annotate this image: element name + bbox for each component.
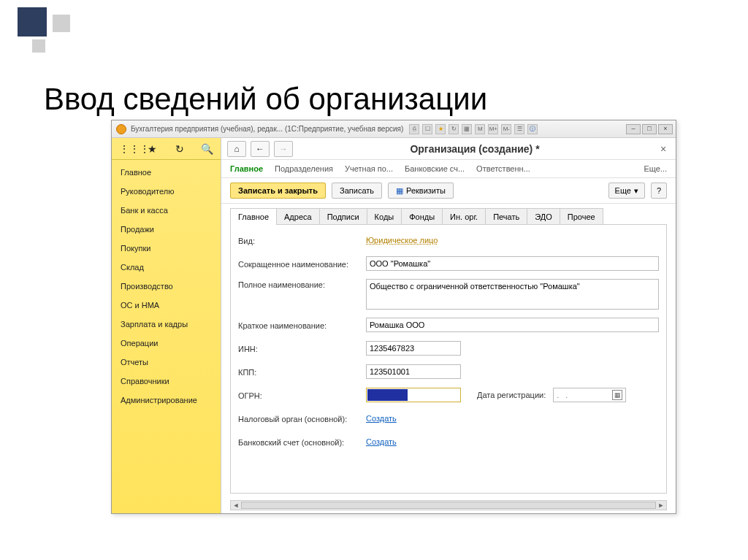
form-tab-0[interactable]: Главное — [230, 208, 277, 225]
app-icon — [116, 124, 126, 134]
main-panel: ⌂ ← → Организация (создание) * × Главное… — [221, 138, 676, 513]
sidebar-item-5[interactable]: Склад — [112, 258, 221, 277]
section-tab-4[interactable]: Ответственн... — [476, 164, 530, 173]
home-button[interactable]: ⌂ — [227, 141, 246, 157]
page-title: Организация (создание) * — [297, 143, 652, 155]
maximize-button[interactable]: □ — [642, 124, 657, 134]
full-name-input[interactable] — [366, 279, 659, 310]
help-button[interactable]: ? — [651, 183, 667, 199]
section-tab-3[interactable]: Банковские сч... — [405, 164, 465, 173]
tax-auth-create-link[interactable]: Создать — [366, 414, 397, 423]
label-inn: ИНН: — [238, 343, 366, 353]
requisites-label: Реквизиты — [406, 186, 446, 195]
ogrn-input[interactable] — [366, 388, 461, 402]
sidebar-toolbar: ⋮⋮⋮ ★ ↻ 🔍 — [112, 138, 221, 160]
scroll-left-arrow[interactable]: ◄ — [231, 501, 241, 510]
grid-icon[interactable]: ⋮⋮⋮ — [119, 142, 132, 156]
inn-input[interactable] — [366, 341, 461, 356]
form-tab-7[interactable]: ЭДО — [527, 208, 560, 225]
label-bank-acc: Банковский счет (основной): — [238, 437, 366, 447]
requisites-button[interactable]: ▦Реквизиты — [388, 183, 454, 199]
bullet-icon[interactable]: ☰ — [514, 124, 524, 134]
doc-icon[interactable]: ☐ — [422, 124, 432, 134]
bank-acc-create-link[interactable]: Создать — [366, 437, 397, 446]
form-tab-5[interactable]: Ин. орг. — [442, 208, 486, 225]
save-button[interactable]: Записать — [332, 183, 382, 199]
form-tab-4[interactable]: Фонды — [401, 208, 443, 225]
sidebar-item-3[interactable]: Продажи — [112, 220, 221, 239]
sidebar-item-9[interactable]: Операции — [112, 334, 221, 353]
window-title: Бухгалтерия предприятия (учебная), редак… — [131, 125, 403, 133]
titlebar: Бухгалтерия предприятия (учебная), редак… — [112, 120, 676, 138]
label-tax-auth: Налоговый орган (основной): — [238, 413, 366, 423]
form-tab-1[interactable]: Адреса — [276, 208, 320, 225]
minimize-button[interactable]: – — [626, 124, 641, 134]
calc-icon[interactable]: ▦ — [462, 124, 472, 134]
calendar-icon[interactable]: ▦ — [612, 390, 622, 400]
m-plus-btn[interactable]: M+ — [488, 124, 498, 134]
reg-date-input[interactable]: . . ▦ — [553, 388, 626, 402]
app-window: Бухгалтерия предприятия (учебная), редак… — [111, 120, 676, 514]
form-tab-3[interactable]: Коды — [367, 208, 402, 225]
back-button[interactable]: ← — [251, 141, 270, 157]
label-reg-date: Дата регистрации: — [477, 391, 546, 399]
chevron-down-icon: ▾ — [634, 186, 638, 196]
sidebar-item-0[interactable]: Главное — [112, 163, 221, 182]
form-panel: Вид: Юридическое лицо Сокращенное наимен… — [230, 224, 667, 494]
label-vid: Вид: — [238, 235, 366, 245]
section-tabs: ГлавноеПодразделенияУчетная по...Банковс… — [221, 160, 676, 178]
horizontal-scrollbar[interactable]: ◄ ► — [230, 500, 667, 510]
section-tab-5[interactable]: Еще... — [644, 164, 667, 173]
form-tab-2[interactable]: Подписи — [319, 208, 367, 225]
sidebar-item-12[interactable]: Администрирование — [112, 391, 221, 410]
sidebar-item-7[interactable]: ОС и НМА — [112, 296, 221, 315]
action-bar: Записать и закрыть Записать ▦Реквизиты Е… — [221, 178, 676, 204]
sidebar-item-4[interactable]: Покупки — [112, 239, 221, 258]
print-icon[interactable]: ⎙ — [409, 124, 419, 134]
more-button[interactable]: Еще ▾ — [608, 183, 645, 199]
history-nav-icon[interactable]: ↻ — [173, 142, 186, 156]
label-kpp: КПП: — [238, 367, 366, 377]
favorite-icon[interactable]: ★ — [146, 142, 159, 156]
form-tab-8[interactable]: Прочее — [560, 208, 603, 225]
sidebar-item-11[interactable]: Справочники — [112, 372, 221, 391]
label-ogrn: ОГРН: — [238, 390, 366, 400]
more-label: Еще — [615, 186, 631, 195]
reg-date-value: . . — [557, 391, 608, 399]
star-icon[interactable]: ★ — [435, 124, 446, 134]
section-tab-1[interactable]: Подразделения — [275, 164, 333, 173]
brief-name-input[interactable] — [366, 318, 659, 332]
save-close-button[interactable]: Записать и закрыть — [230, 183, 326, 199]
label-short-name: Сокращенное наименование: — [238, 258, 366, 269]
sidebar-item-10[interactable]: Отчеты — [112, 353, 221, 372]
kpp-input[interactable] — [366, 364, 461, 379]
section-tab-0[interactable]: Главное — [230, 164, 263, 173]
vid-value[interactable]: Юридическое лицо — [366, 236, 438, 245]
slide-title: Ввод сведений об организации — [44, 82, 487, 117]
scroll-right-arrow[interactable]: ► — [656, 501, 666, 510]
m-minus-btn[interactable]: M- — [501, 124, 511, 134]
search-icon[interactable]: 🔍 — [200, 142, 213, 156]
sidebar-item-8[interactable]: Зарплата и кадры — [112, 315, 221, 334]
section-tab-2[interactable]: Учетная по... — [345, 164, 393, 173]
sidebar-item-2[interactable]: Банк и касса — [112, 201, 221, 220]
page-close-button[interactable]: × — [657, 143, 670, 155]
sidebar-item-6[interactable]: Производство — [112, 277, 221, 296]
forward-button[interactable]: → — [274, 141, 293, 157]
form-tab-6[interactable]: Печать — [485, 208, 527, 225]
form-tabs: ГлавноеАдресаПодписиКодыФондыИн. орг.Печ… — [221, 208, 676, 225]
info-icon[interactable]: ⓘ — [527, 124, 538, 134]
titlebar-tool-icons: ⎙ ☐ ★ ↻ ▦ M M+ M- ☰ ⓘ — [409, 124, 538, 134]
m-btn[interactable]: M — [475, 124, 485, 134]
label-brief-name: Краткое наименование: — [238, 320, 366, 330]
history-icon[interactable]: ↻ — [449, 124, 459, 134]
short-name-input[interactable] — [366, 256, 659, 271]
close-button[interactable]: × — [658, 124, 673, 134]
sidebar: ⋮⋮⋮ ★ ↻ 🔍 ГлавноеРуководителюБанк и касс… — [112, 138, 221, 513]
scroll-thumb[interactable] — [241, 502, 656, 509]
label-full-name: Полное наименование: — [238, 279, 366, 289]
sidebar-item-1[interactable]: Руководителю — [112, 182, 221, 201]
ogrn-selection — [367, 389, 408, 401]
